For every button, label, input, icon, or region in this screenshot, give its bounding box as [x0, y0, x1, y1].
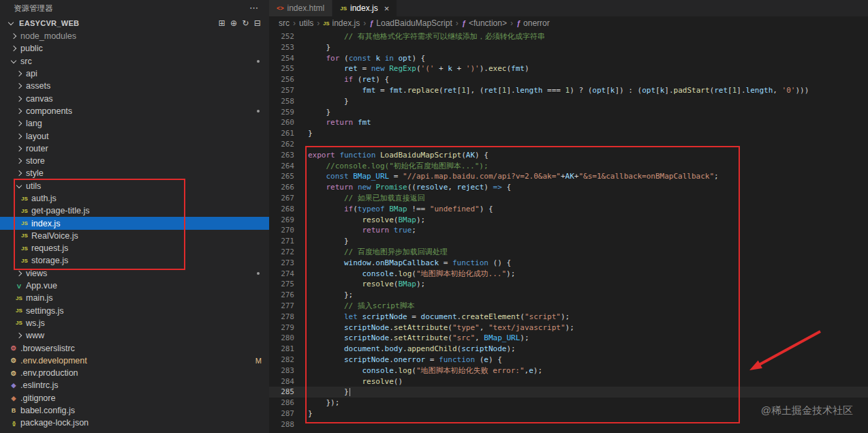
tree-item-get-page-title.js[interactable]: JSget-page-title.js	[0, 205, 269, 217]
line-number[interactable]: 286	[269, 398, 294, 408]
code-line[interactable]: 256 if (ret) {	[269, 74, 868, 85]
line-number[interactable]: 284	[269, 376, 294, 387]
code-line[interactable]: 258 }	[269, 96, 868, 107]
code-line[interactable]: 269 resolve(BMap);	[269, 215, 868, 226]
code-line[interactable]: 267 // 如果已加载直接返回	[269, 193, 868, 204]
tree-item-App.vue[interactable]: VApp.vue	[0, 280, 269, 292]
tree-item-.browserslistrc[interactable]: ⚙.browserslistrc	[0, 342, 269, 354]
breadcrumb-item[interactable]: ƒ<function>	[462, 18, 507, 28]
tree-item-main.js[interactable]: JSmain.js	[0, 292, 269, 304]
line-number[interactable]: 261	[269, 128, 294, 139]
code-line[interactable]: 259 }	[269, 107, 868, 118]
tree-item-package-lock.json[interactable]: {}package-lock.json	[0, 417, 269, 429]
line-number[interactable]: 254	[269, 53, 294, 64]
line-number[interactable]: 271	[269, 236, 294, 247]
line-number[interactable]: 258	[269, 96, 294, 107]
line-number[interactable]: 256	[269, 74, 294, 85]
line-number[interactable]: 264	[269, 161, 294, 172]
line-number[interactable]: 269	[269, 215, 294, 226]
code-line[interactable]: 253 }	[269, 42, 868, 53]
code-line[interactable]: 266 return new Promise((resolve, reject)…	[269, 182, 868, 193]
line-number[interactable]: 260	[269, 117, 294, 128]
tree-item-router[interactable]: router	[0, 143, 269, 155]
tree-item-views[interactable]: views	[0, 267, 269, 280]
tree-item-public[interactable]: public	[0, 42, 269, 55]
code-line[interactable]: 255 ret = new RegExp('(' + k + ')').exec…	[269, 63, 868, 74]
tree-item-lang[interactable]: lang	[0, 117, 269, 130]
tree-item-.gitignore[interactable]: ◆.gitignore	[0, 392, 269, 404]
tree-item-layout[interactable]: layout	[0, 130, 269, 142]
code-line[interactable]: 265 const BMap_URL = "//api.map.baidu.co…	[269, 171, 868, 182]
line-number[interactable]: 287	[269, 408, 294, 419]
code-line[interactable]: 281 document.body.appendChild(scriptNode…	[269, 344, 868, 355]
close-icon[interactable]: ×	[384, 4, 390, 13]
code-line[interactable]: 282 scriptNode.onerror = function (e) {	[269, 355, 868, 365]
code-line[interactable]: 263export function LoadBaiduMapScript(AK…	[269, 150, 868, 161]
code-line[interactable]: 275 resolve(BMap);	[269, 279, 868, 290]
more-actions-icon[interactable]: ⋯	[249, 0, 258, 16]
line-number[interactable]: 276	[269, 290, 294, 301]
tree-item-api[interactable]: api	[0, 68, 269, 80]
tree-item-.eslintrc.js[interactable]: ◆.eslintrc.js	[0, 379, 269, 391]
line-number[interactable]: 265	[269, 171, 294, 182]
line-number[interactable]: 257	[269, 85, 294, 96]
tree-item-utils[interactable]: utils	[0, 180, 269, 192]
line-number[interactable]: 285	[269, 387, 294, 398]
tree-item-store[interactable]: store	[0, 155, 269, 167]
code-line[interactable]: 254 for (const k in opt) {	[269, 53, 868, 64]
line-number[interactable]: 252	[269, 31, 294, 42]
line-number[interactable]: 255	[269, 63, 294, 74]
code-line[interactable]: 262	[269, 139, 868, 150]
tree-item-node_modules[interactable]: node_modules	[0, 30, 269, 42]
line-number[interactable]: 278	[269, 312, 294, 323]
collapse-all-icon[interactable]: ⊟	[254, 18, 261, 28]
line-number[interactable]: 273	[269, 258, 294, 269]
tree-item-assets[interactable]: assets	[0, 80, 269, 92]
tree-item-auth.js[interactable]: JSauth.js	[0, 192, 269, 205]
code-line[interactable]: 276 };	[269, 290, 868, 301]
breadcrumb-item[interactable]: ƒonerror	[516, 18, 550, 28]
tree-item-index.js[interactable]: JSindex.js	[0, 217, 269, 229]
line-number[interactable]: 277	[269, 301, 294, 312]
tree-item-style[interactable]: style	[0, 167, 269, 179]
code-line[interactable]: 285 }	[269, 387, 868, 398]
code-area[interactable]: 252 // 有其他格式化字符需求可以继续添加，必须转化成字符串253 }254…	[269, 30, 868, 433]
tree-item-components[interactable]: components	[0, 105, 269, 117]
breadcrumb-item[interactable]: ƒLoadBaiduMapScript	[369, 18, 452, 28]
breadcrumb-item[interactable]: JSindex.js	[323, 18, 360, 28]
code-line[interactable]: 288	[269, 419, 868, 430]
line-number[interactable]: 253	[269, 42, 294, 53]
line-number[interactable]: 283	[269, 365, 294, 376]
code-line[interactable]: 279 scriptNode.setAttribute("type", "tex…	[269, 323, 868, 333]
tree-item-.env.production[interactable]: ⚙.env.production	[0, 367, 269, 379]
code-line[interactable]: 257 fmt = fmt.replace(ret[1], (ret[1].le…	[269, 85, 868, 96]
tree-item-request.js[interactable]: JSrequest.js	[0, 242, 269, 254]
code-line[interactable]: 272 // 百度地图异步加载回调处理	[269, 247, 868, 258]
code-line[interactable]: 274 console.log("地图脚本初始化成功...");	[269, 269, 868, 280]
code-line[interactable]: 261}	[269, 128, 868, 139]
new-file-icon[interactable]: ⊞	[219, 18, 226, 28]
line-number[interactable]: 274	[269, 269, 294, 280]
line-number[interactable]: 262	[269, 139, 294, 150]
code-line[interactable]: 277 // 插入script脚本	[269, 301, 868, 312]
code-line[interactable]: 273 window.onBMapCallback = function () …	[269, 258, 868, 269]
line-number[interactable]: 268	[269, 204, 294, 215]
line-number[interactable]: 280	[269, 333, 294, 344]
code-line[interactable]: 284 resolve()	[269, 376, 868, 387]
tree-item-www[interactable]: www	[0, 329, 269, 342]
line-number[interactable]: 288	[269, 419, 294, 430]
code-line[interactable]: 264 //console.log("初始化百度地图脚本...");	[269, 161, 868, 172]
line-number[interactable]: 282	[269, 355, 294, 365]
code-line[interactable]: 252 // 有其他格式化字符需求可以继续添加，必须转化成字符串	[269, 31, 868, 42]
tree-item-ws.js[interactable]: JSws.js	[0, 317, 269, 329]
breadcrumb-item[interactable]: utils	[299, 18, 313, 28]
line-number[interactable]: 275	[269, 279, 294, 290]
tree-item-.env.development[interactable]: ⚙.env.developmentM	[0, 355, 269, 367]
line-number[interactable]: 259	[269, 107, 294, 118]
tab-index.js[interactable]: JSindex.js×	[332, 0, 397, 16]
code-line[interactable]: 280 scriptNode.setAttribute("src", BMap_…	[269, 333, 868, 344]
tab-index.html[interactable]: <>index.html	[269, 0, 332, 16]
tree-item-storage.js[interactable]: JSstorage.js	[0, 254, 269, 267]
line-number[interactable]: 270	[269, 225, 294, 236]
line-number[interactable]: 272	[269, 247, 294, 258]
